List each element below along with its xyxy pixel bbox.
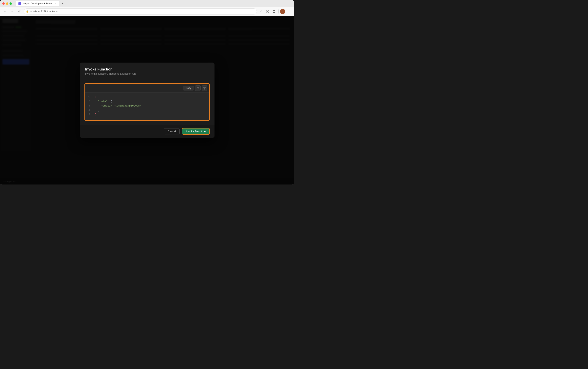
browser-titlebar: I Inngest Development Server × + ⌄ <box>0 0 294 7</box>
modal-body: Copy <box>80 79 214 125</box>
new-tab-button[interactable]: + <box>60 1 65 6</box>
tab-favicon: I <box>19 2 21 5</box>
modal-subtitle: Invoke this function, triggering a funct… <box>85 72 209 75</box>
code-line-4: } <box>95 108 207 112</box>
profile-avatar[interactable] <box>280 9 285 14</box>
modal-overlay: Invoke Function Invoke this function, tr… <box>0 16 294 184</box>
invoke-function-button[interactable]: Invoke Function <box>182 128 210 135</box>
modal-header: Invoke Function Invoke this function, tr… <box>80 62 214 79</box>
copy-button[interactable]: Copy <box>183 86 194 90</box>
code-line-5: } <box>95 112 207 117</box>
code-editor[interactable]: Copy <box>84 83 210 121</box>
modal-footer: Cancel Invoke Function <box>80 125 214 138</box>
svg-rect-5 <box>274 12 275 13</box>
wrap-toggle-button[interactable] <box>195 85 201 91</box>
active-tab[interactable]: I Inngest Development Server × <box>16 1 59 6</box>
tab-menu-button[interactable]: ⌄ <box>286 1 292 6</box>
nav-divider <box>278 10 279 13</box>
line-numbers: 1 2 3 4 5 <box>85 95 93 118</box>
content-area: Invoke Function Invoke this function, tr… <box>0 16 294 184</box>
editor-toolbar: Copy <box>85 84 209 93</box>
tab-close-button[interactable]: × <box>54 2 56 5</box>
code-content[interactable]: 1 2 3 4 5 { "data <box>85 93 209 120</box>
address-bar[interactable]: 🔒 localhost:8288/functions <box>24 9 257 14</box>
svg-rect-3 <box>274 10 275 11</box>
code-lines: { "data": { "email": "test@example.com" <box>93 95 209 118</box>
tab-bar: I Inngest Development Server × + <box>16 1 285 6</box>
wrap-icon <box>197 87 199 90</box>
cancel-button[interactable]: Cancel <box>164 128 179 134</box>
traffic-lights <box>2 2 12 5</box>
bookmark-button[interactable]: ☆ <box>259 9 264 14</box>
address-text: localhost:8288/functions <box>30 10 57 13</box>
code-line-3: "email": "test@example.com" <box>95 104 207 108</box>
svg-rect-2 <box>273 10 274 11</box>
modal-title: Invoke Function <box>85 67 209 71</box>
forward-button[interactable]: → <box>10 9 15 14</box>
format-button[interactable] <box>202 85 207 91</box>
code-line-1: { <box>95 95 207 99</box>
browser-menu-button[interactable]: ⋮ <box>286 9 292 14</box>
nav-actions: ☆ ⋮ <box>259 9 292 14</box>
browser-frame: I Inngest Development Server × + ⌄ ← → ↺… <box>0 0 294 184</box>
bracket-close: } <box>95 112 97 117</box>
svg-point-1 <box>267 11 268 12</box>
extensions-button[interactable] <box>271 9 277 14</box>
nav-bar: ← → ↺ 🔒 localhost:8288/functions ☆ <box>0 7 294 16</box>
refresh-button[interactable]: ↺ <box>17 9 22 14</box>
back-button[interactable]: ← <box>2 9 8 14</box>
close-window-button[interactable] <box>2 2 5 5</box>
minimize-window-button[interactable] <box>6 2 8 5</box>
maximize-window-button[interactable] <box>10 2 12 5</box>
bracket-open: { <box>95 95 97 99</box>
tab-title: Inngest Development Server <box>22 2 52 5</box>
svg-rect-4 <box>273 12 274 13</box>
invoke-function-modal: Invoke Function Invoke this function, tr… <box>80 62 214 138</box>
extension-icon <box>265 9 270 14</box>
code-line-2: "data": { <box>95 99 207 104</box>
lock-icon: 🔒 <box>26 10 29 13</box>
format-icon <box>203 87 206 90</box>
